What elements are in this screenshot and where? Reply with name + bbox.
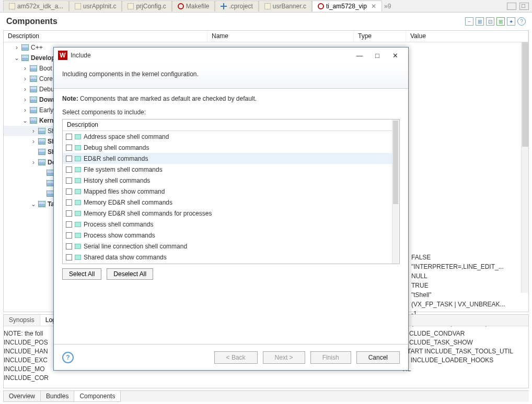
log-line: INCLUDE_POS — [4, 338, 49, 347]
dialog-close-button[interactable]: ✕ — [386, 49, 404, 62]
vertical-scrollbar[interactable] — [521, 42, 528, 293]
component-icon — [30, 65, 37, 72]
help-button[interactable]: ? — [517, 17, 526, 26]
bottom-tab-overview[interactable]: Overview — [3, 391, 41, 402]
list-item[interactable]: Process shell commands — [63, 219, 392, 230]
component-icon — [75, 244, 81, 249]
component-icon — [38, 149, 45, 155]
tab-label: ti_am5728_vip — [326, 3, 367, 10]
component-icon — [75, 145, 81, 150]
editor-tab[interactable]: .cproject — [215, 1, 258, 11]
tab-label: .cproject — [229, 3, 252, 10]
dialog-prompt: Select components to include: — [62, 109, 400, 116]
column-name[interactable]: Name — [207, 31, 354, 42]
value-cell: "tShell" — [411, 290, 526, 300]
tab-synopsis[interactable]: Synopsis — [4, 315, 40, 326]
editor-tab[interactable]: usrBanner.c — [259, 1, 312, 11]
component-icon — [38, 128, 45, 134]
log-line: START INCLUDE_TASK_TOOLS_UTIL — [403, 347, 513, 356]
twisty-icon[interactable]: › — [20, 86, 30, 93]
close-tab-icon[interactable]: ✕ — [371, 3, 376, 10]
list-scrollbar[interactable] — [392, 120, 399, 264]
checkbox[interactable] — [66, 167, 72, 173]
checkbox[interactable] — [66, 156, 72, 162]
list-item[interactable]: Shared data show commands — [63, 252, 392, 263]
checkbox[interactable] — [66, 145, 72, 151]
list-item[interactable]: Mapped files show command — [63, 186, 392, 197]
component-icon — [75, 178, 81, 183]
bottom-tab-components[interactable]: Components — [74, 391, 121, 402]
bottom-tab-bundles[interactable]: Bundles — [40, 391, 74, 402]
toolbar-button-2[interactable]: ⊞ — [496, 17, 505, 26]
value-cell: "INTERPRETER=,LINE_EDIT_... — [411, 262, 526, 271]
list-item[interactable]: Process show commands — [63, 230, 392, 241]
expand-all-button[interactable]: ⊞ — [476, 17, 484, 26]
list-item[interactable]: Serial line connection shell command — [63, 241, 392, 252]
list-item[interactable]: Address space shell command — [63, 131, 392, 142]
file-icon — [178, 3, 184, 9]
list-item[interactable]: ED&R shell commands — [63, 153, 392, 164]
value-cell: NULL — [411, 271, 526, 281]
file-icon — [9, 3, 15, 9]
checkbox[interactable] — [66, 210, 72, 217]
cancel-button[interactable]: Cancel — [356, 351, 400, 364]
deselect-all-button[interactable]: Deselect All — [107, 268, 153, 280]
dialog-minimize-button[interactable]: — — [351, 49, 368, 62]
twisty-icon[interactable]: › — [29, 138, 38, 145]
column-type[interactable]: Type — [354, 31, 406, 42]
editor-tab[interactable]: Makefile — [172, 1, 215, 11]
column-value[interactable]: Value — [406, 31, 528, 42]
twisty-icon[interactable]: › — [20, 75, 30, 82]
checkbox[interactable] — [66, 243, 72, 249]
editor-tab[interactable]: am572x_idk_a... — [3, 1, 69, 11]
checkbox[interactable] — [66, 134, 72, 140]
checkbox[interactable] — [66, 221, 72, 228]
minimize-view-button[interactable] — [507, 3, 516, 10]
checkbox[interactable] — [66, 254, 72, 260]
editor-tab[interactable]: usrAppInit.c — [69, 1, 122, 11]
twisty-icon[interactable]: › — [20, 96, 30, 103]
list-header-description[interactable]: Description — [63, 120, 392, 131]
maximize-view-button[interactable] — [519, 3, 529, 10]
twisty-icon[interactable]: ⌄ — [29, 200, 38, 208]
item-label: Process show commands — [84, 232, 155, 239]
component-icon — [38, 201, 45, 207]
twisty-icon[interactable]: › — [29, 159, 38, 166]
tab-label: usrAppInit.c — [83, 3, 116, 10]
list-item[interactable]: Memory ED&R shell commands — [63, 197, 392, 208]
checkbox[interactable] — [66, 199, 72, 206]
twisty-icon[interactable]: ⌄ — [12, 54, 21, 62]
checkbox[interactable] — [66, 177, 72, 184]
editor-tab-bar: am572x_idk_a...usrAppInit.cprjConfig.cMa… — [0, 0, 532, 13]
collapse-all-button[interactable]: − — [465, 17, 473, 26]
list-item[interactable]: History shell commands — [63, 175, 392, 186]
toolbar-button-3[interactable]: ✦ — [507, 17, 515, 26]
checkbox[interactable] — [66, 232, 72, 239]
file-icon — [264, 3, 271, 9]
tree-label: Boot — [39, 65, 52, 72]
component-icon — [75, 222, 81, 227]
editor-tab[interactable]: prjConfig.c — [122, 1, 171, 11]
twisty-icon[interactable]: › — [12, 44, 21, 51]
checkbox[interactable] — [66, 188, 72, 195]
editor-tab[interactable]: ti_am5728_vip ✕ — [312, 1, 382, 11]
list-item[interactable]: Debug shell commands — [63, 142, 392, 153]
component-icon — [75, 255, 81, 260]
column-description[interactable]: Description — [4, 31, 207, 42]
log-line: INCLUDE_TASK_SHOW — [403, 338, 513, 347]
dialog-help-icon[interactable]: ? — [62, 352, 74, 363]
dialog-maximize-button[interactable]: □ — [368, 49, 386, 62]
twisty-icon[interactable]: › — [20, 65, 30, 72]
component-icon — [30, 107, 37, 113]
list-item[interactable]: File system shell commands — [63, 164, 392, 175]
select-all-button[interactable]: Select All — [62, 268, 101, 280]
item-label: ED&R shell commands — [84, 155, 148, 162]
dialog-note-label: Note: — [62, 95, 78, 102]
next-button: Next > — [263, 351, 305, 364]
twisty-icon[interactable]: › — [29, 127, 38, 135]
twisty-icon[interactable]: ⌄ — [20, 117, 30, 124]
tab-overflow[interactable]: »9 — [384, 3, 391, 10]
twisty-icon[interactable]: › — [20, 106, 30, 114]
list-item[interactable]: Memory ED&R shell commands for processes — [63, 208, 392, 219]
toolbar-button-1[interactable]: ⊡ — [486, 17, 494, 26]
